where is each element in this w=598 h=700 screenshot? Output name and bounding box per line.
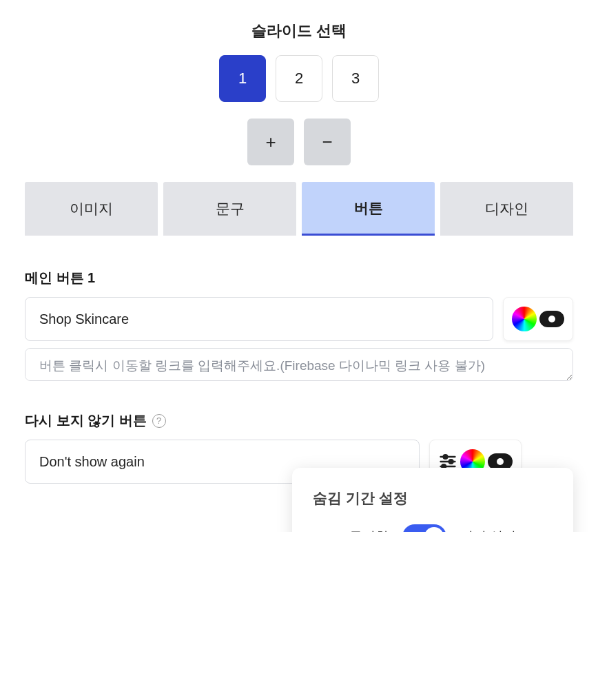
hide-period-popover: 숨김 기간 설정 무기한 직접 설정 일 동안 숨김 [292, 468, 573, 532]
main-button-link-input[interactable] [25, 348, 573, 381]
hide-period-toggle[interactable] [402, 524, 446, 532]
toggle-right-label: 직접 설정 [460, 528, 516, 532]
slide-number-3[interactable]: 3 [332, 55, 379, 102]
hide-period-title: 숨김 기간 설정 [313, 488, 553, 508]
slide-number-1[interactable]: 1 [219, 55, 266, 102]
tab-text[interactable]: 문구 [163, 182, 296, 236]
slide-number-list: 1 2 3 [25, 55, 573, 102]
tab-bar: 이미지 문구 버튼 디자인 [25, 182, 573, 236]
slide-controls: + − [25, 119, 573, 165]
dont-show-label: 다시 보지 않기 버튼 [25, 411, 147, 430]
remove-slide-button[interactable]: − [304, 119, 351, 165]
svg-point-1 [444, 455, 448, 459]
toggle-left-label: 무기한 [349, 528, 389, 532]
main-button-text-input[interactable] [25, 297, 493, 341]
main-button-options [503, 297, 573, 341]
slide-select-title: 슬라이드 선택 [25, 21, 573, 41]
color-picker-icon[interactable] [512, 307, 537, 331]
svg-point-3 [449, 460, 453, 464]
tab-design[interactable]: 디자인 [440, 182, 573, 236]
slide-number-2[interactable]: 2 [276, 55, 322, 102]
visibility-toggle-icon[interactable] [539, 311, 564, 327]
tab-button[interactable]: 버튼 [302, 182, 435, 236]
tab-image[interactable]: 이미지 [25, 182, 158, 236]
help-icon[interactable]: ? [152, 414, 166, 428]
add-slide-button[interactable]: + [247, 119, 294, 165]
main-button-label: 메인 버튼 1 [25, 269, 573, 287]
